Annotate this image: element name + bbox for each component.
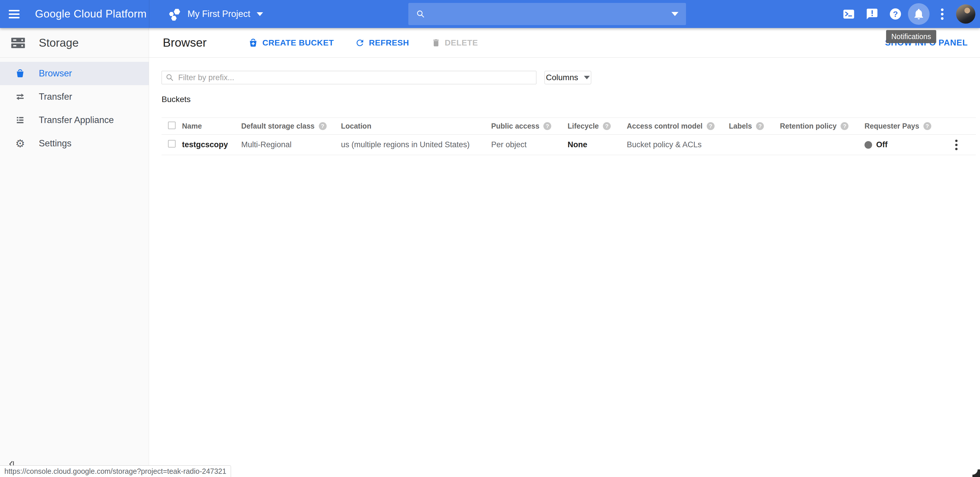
page-header: Browser CREATE BUCKET REFRESH DELETE SHO… — [149, 28, 980, 58]
create-bucket-button[interactable]: CREATE BUCKET — [248, 38, 334, 48]
column-header-retention-policy: Retention policy? — [778, 122, 862, 130]
help-icon[interactable]: ? — [319, 122, 327, 130]
feedback-icon — [865, 8, 878, 21]
sidebar-item-settings[interactable]: ⚙ Settings — [0, 132, 149, 155]
link-preview-status-bar: https://console.cloud.google.com/storage… — [0, 465, 231, 477]
columns-button[interactable]: Columns — [544, 71, 591, 84]
cloud-shell-icon — [842, 8, 856, 20]
screen-corner — [972, 469, 980, 477]
top-app-bar: Google Cloud Platform My First Project — [0, 0, 980, 28]
sidebar-item-transfer-appliance[interactable]: Transfer Appliance — [0, 108, 149, 132]
refresh-button[interactable]: REFRESH — [355, 38, 409, 48]
sidebar: Storage Browser Transfer — [0, 28, 149, 477]
create-bucket-icon — [248, 38, 258, 48]
sidebar-item-label: Transfer — [39, 92, 72, 102]
product-title: Storage — [39, 37, 79, 49]
help-icon[interactable]: ? — [756, 122, 764, 130]
cell-requester-pays: Off — [862, 140, 937, 149]
trash-icon — [431, 38, 441, 48]
sidebar-item-transfer[interactable]: Transfer — [0, 85, 149, 108]
cloud-shell-button[interactable] — [837, 0, 861, 28]
gear-icon: ⚙ — [15, 138, 25, 149]
notifications-button[interactable] — [907, 0, 931, 28]
refresh-icon — [355, 38, 365, 48]
project-selector[interactable]: My First Project — [168, 6, 263, 22]
column-header-location: Location — [339, 122, 489, 130]
chevron-down-icon — [257, 12, 263, 16]
filter-box — [162, 71, 536, 84]
search-icon — [416, 10, 425, 19]
avatar[interactable] — [956, 4, 975, 24]
cell-public-access: Per object — [489, 140, 565, 149]
column-header-name: Name — [180, 122, 239, 130]
svg-text:?: ? — [893, 10, 898, 19]
filter-search-icon — [165, 73, 174, 82]
sidebar-item-label: Browser — [39, 68, 72, 79]
cell-location: us (multiple regions in United States) — [339, 140, 489, 149]
menu-icon[interactable] — [9, 7, 23, 21]
status-off-dot — [864, 141, 872, 149]
column-header-requester-pays: Requester Pays? — [862, 122, 937, 130]
help-icon[interactable]: ? — [841, 122, 848, 130]
feedback-button[interactable] — [861, 0, 884, 28]
cell-access-control: Bucket policy & ACLs — [624, 140, 727, 149]
help-icon[interactable]: ? — [603, 122, 611, 130]
table-header-row: Name Default storage class? Location Pub… — [162, 118, 976, 135]
column-header-storage-class: Default storage class? — [239, 122, 339, 130]
bucket-name-link[interactable]: testgcscopy — [180, 140, 239, 149]
filter-by-prefix-input[interactable] — [162, 71, 536, 84]
sidebar-item-label: Settings — [39, 138, 72, 149]
chevron-down-icon — [584, 76, 590, 79]
topbar-actions: ? — [837, 0, 975, 28]
buckets-section-label: Buckets — [162, 95, 980, 104]
help-icon[interactable]: ? — [543, 122, 551, 130]
more-options-icon[interactable] — [931, 0, 954, 28]
row-checkbox[interactable] — [168, 140, 176, 148]
column-header-labels: Labels? — [727, 122, 778, 130]
help-button[interactable]: ? — [884, 0, 907, 28]
sidebar-item-browser[interactable]: Browser — [0, 62, 149, 85]
cell-lifecycle: None — [565, 140, 624, 149]
content-area: Columns Buckets Name Default storage cla… — [149, 71, 980, 155]
bell-icon — [912, 8, 925, 21]
requester-pays-value: Off — [876, 140, 888, 149]
column-header-access-control: Access control model? — [624, 122, 727, 130]
sidebar-nav: Browser Transfer — [0, 58, 149, 155]
table-row[interactable]: testgcscopy Multi-Regional us (multiple … — [162, 135, 976, 155]
project-icon — [168, 6, 183, 22]
topbar-divider — [149, 0, 150, 28]
filter-row: Columns — [162, 71, 980, 84]
app-logo[interactable]: Google Cloud Platform — [35, 8, 147, 20]
sidebar-header: Storage — [0, 28, 149, 58]
storage-product-icon — [9, 35, 27, 51]
help-icon: ? — [889, 7, 902, 21]
bucket-icon — [15, 68, 25, 78]
search-input[interactable] — [431, 9, 671, 19]
transfer-arrows-icon — [15, 92, 25, 102]
notifications-tooltip: Notifications — [886, 30, 936, 43]
search-bar[interactable] — [408, 3, 686, 25]
search-dropdown-icon[interactable] — [671, 12, 678, 16]
column-header-public-access: Public access? — [489, 122, 565, 130]
help-icon[interactable]: ? — [923, 122, 931, 130]
project-name: My First Project — [188, 9, 250, 19]
main-panel: Browser CREATE BUCKET REFRESH DELETE SHO… — [149, 28, 980, 477]
delete-button[interactable]: DELETE — [431, 38, 478, 48]
select-all-checkbox[interactable] — [168, 122, 176, 129]
buckets-table: Name Default storage class? Location Pub… — [162, 118, 976, 155]
help-icon[interactable]: ? — [707, 122, 714, 130]
column-header-lifecycle: Lifecycle? — [565, 122, 624, 130]
row-more-options-icon[interactable] — [953, 138, 959, 152]
sidebar-item-label: Transfer Appliance — [39, 115, 114, 126]
cell-storage-class: Multi-Regional — [239, 140, 339, 149]
transfer-appliance-icon — [15, 115, 25, 125]
page-title: Browser — [163, 36, 207, 49]
